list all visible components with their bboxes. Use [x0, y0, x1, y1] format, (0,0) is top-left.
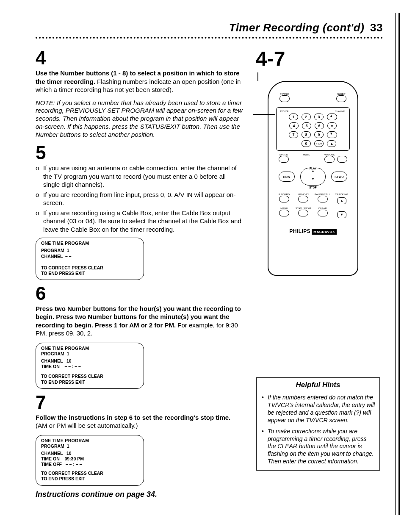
num-6: 6	[315, 122, 324, 129]
osd3-line2: CHANNEL 10	[41, 451, 138, 456]
num-plus100: +100	[314, 140, 324, 147]
page-edge-dark	[398, 13, 400, 515]
volume-up	[337, 156, 347, 163]
hints-title: Helpful Hints	[257, 378, 379, 391]
num-4: 4	[289, 122, 299, 129]
osd1-line2: CHANNEL – –	[41, 254, 138, 259]
step-number-6: 6	[36, 284, 243, 303]
rec-indicator: ●	[327, 122, 337, 129]
ffwd-button: F.FWD	[331, 172, 347, 182]
step-7-text: Follow the instructions in step 6 to set…	[36, 413, 243, 430]
num-5: 5	[302, 122, 311, 129]
label-stop: STOP	[279, 186, 346, 189]
channel-down: ▾	[327, 131, 337, 138]
osd2-title: ONE TIME PROGRAM	[41, 346, 138, 351]
hint-1: If the numbers entered do not match the …	[268, 394, 375, 424]
step-5-item-1: If you are using an antenna or cable con…	[43, 164, 243, 189]
osd3-line3: TIME ON 09:30 PM	[41, 456, 138, 462]
speed-button	[279, 156, 289, 163]
step-number-5: 5	[36, 144, 243, 162]
num-8: 8	[302, 131, 311, 138]
label-tvvcr: TV/VCR	[280, 110, 288, 113]
num-7: 7	[289, 131, 298, 138]
osd1-title: ONE TIME PROGRAM	[41, 241, 138, 246]
step-5-list: oIf you are using an antenna or cable co…	[36, 164, 243, 233]
label-mute: MUTE	[302, 153, 312, 156]
step-number-7: 7	[36, 393, 243, 412]
osd1-foot2: TO END PRESS EXIT	[41, 271, 138, 276]
step-7-bold: Follow the instructions in step 6 to set…	[36, 414, 230, 421]
pause-button	[318, 196, 328, 202]
osd2-line1: PROGRAM 1	[41, 351, 138, 357]
osd-screen-2: ONE TIME PROGRAM PROGRAM 1 CHANNEL 10 TI…	[36, 343, 144, 389]
osd1-foot1: TO CORRECT PRESS CLEAR	[41, 265, 138, 271]
osd3-foot1: TO CORRECT PRESS CLEAR	[41, 471, 138, 476]
continue-text: Instructions continue on page 34.	[36, 490, 243, 499]
step-number-4: 4	[36, 49, 243, 67]
osd3-foot2: TO END PRESS EXIT	[41, 476, 138, 482]
pointer-to-numpad	[253, 114, 275, 115]
step-6-text: Press two Number buttons for the hour(s)…	[36, 305, 243, 338]
status-exit-button	[298, 210, 308, 216]
channel-up: ▴	[327, 114, 337, 120]
label-tracking: TRACKING	[334, 193, 350, 196]
osd-screen-3: ONE TIME PROGRAM PROGRAM 1 CHANNEL 10 TI…	[36, 435, 144, 486]
volume-down	[324, 156, 335, 163]
header-page-number: 33	[370, 21, 383, 34]
osd3-line4: TIME OFF – – : – –	[41, 462, 138, 467]
menu-button	[279, 210, 289, 216]
hint-2: To make corrections while you are progra…	[268, 428, 375, 466]
osd-screen-1: ONE TIME PROGRAM PROGRAM 1 CHANNEL – – T…	[36, 238, 144, 280]
sleep-button	[336, 95, 346, 102]
num-1: 1	[289, 114, 298, 120]
left-column: 4 Use the Number buttons (1 - 8) to sele…	[36, 49, 243, 499]
step-5-item-3: If you are recording using a Cable Box, …	[43, 209, 243, 234]
osd2-foot1: TO CORRECT PRESS CLEAR	[41, 374, 138, 379]
blank-button: ▴	[327, 140, 336, 147]
osd2-line3: TIME ON – – : – –	[41, 364, 138, 369]
osd2-foot2: TO END PRESS EXIT	[41, 380, 138, 385]
brand-magnavox: MAGNAVOX	[312, 229, 337, 235]
helpful-hints-box: Helpful Hints •If the numbers entered do…	[256, 377, 380, 471]
tracking-up: ▴	[337, 197, 346, 204]
page-content: Timer Recording (cont'd) 33 4 Use the Nu…	[36, 21, 383, 499]
memory-button	[298, 196, 308, 202]
osd1-line1: PROGRAM 1	[41, 248, 138, 253]
rew-button: REW	[279, 172, 295, 182]
label-channel: CHANNEL	[335, 110, 346, 113]
step-4-text: Use the Number buttons (1 - 8) to select…	[36, 69, 243, 94]
page-edge-light	[395, 13, 396, 515]
num-2: 2	[302, 114, 311, 120]
record-button	[279, 196, 289, 202]
step-range-label: 4-7	[256, 49, 383, 69]
brand-philips: PHILIPS	[289, 228, 310, 234]
play-stop-oval: ▴ ▾	[300, 168, 326, 186]
number-pad: TV/VCR CHANNEL 1 2 3 ▴ 4 5 6 ●	[276, 107, 350, 151]
transport-controls: PLAY REW ▴ ▾ F.FWD STOP	[279, 168, 346, 186]
step-7-rest: (AM or PM will be set automatically.)	[36, 422, 138, 429]
osd3-line1: PROGRAM 1	[41, 443, 138, 449]
remote-illustration: POWER SLEEP TV/VCR CHANNEL 1	[268, 81, 358, 276]
remote-brand: PHILIPSMAGNAVOX	[268, 228, 357, 234]
osd3-title: ONE TIME PROGRAM	[41, 438, 138, 443]
osd2-line2: CHANNEL 10	[41, 358, 138, 364]
step-5-item-2: If you are recording from line input, pr…	[43, 191, 243, 207]
right-column: 4-7 POWER SLEEP TV/VCR	[256, 49, 383, 499]
page-header: Timer Recording (cont'd) 33	[36, 21, 383, 34]
power-button	[279, 95, 290, 102]
clear-button	[318, 210, 328, 216]
pointer-vertical	[257, 72, 383, 81]
num-0: 0	[302, 140, 311, 147]
header-title: Timer Recording (cont'd)	[229, 21, 365, 34]
num-9: 9	[314, 131, 324, 138]
divider-dotted	[36, 37, 383, 39]
num-3: 3	[314, 114, 324, 120]
step-4-note: NOTE: If you select a number that has al…	[36, 99, 243, 139]
tracking-down: ▾	[337, 211, 346, 218]
